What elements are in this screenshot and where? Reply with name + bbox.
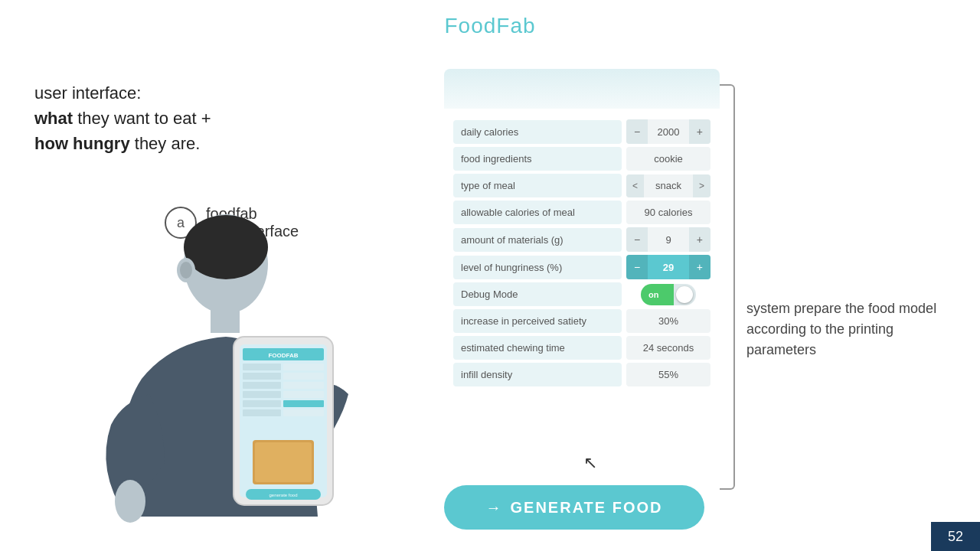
svg-rect-14 [283,373,324,380]
svg-rect-12 [283,364,324,370]
amount-materials-minus[interactable]: − [626,227,648,252]
svg-rect-16 [283,382,324,389]
right-description: system prepare the food model according … [746,298,961,360]
slide-number: 52 [931,522,980,551]
svg-rect-24 [255,442,312,482]
hungriness-minus[interactable]: − [626,255,648,279]
svg-rect-19 [243,400,281,407]
debug-mode-label: Debug Mode [453,282,622,306]
amount-materials-label: amount of materials (g) [453,228,622,252]
side-bracket [720,84,735,490]
satiety-row: increase in perceived satiety 30% [453,309,710,333]
svg-text:generate food: generate food [269,493,297,497]
svg-point-3 [180,262,192,279]
allowable-calories-label: allowable calories of meal [453,201,622,224]
svg-rect-21 [243,409,281,416]
svg-rect-18 [283,391,324,398]
line2-rest: they want to eat + [73,109,211,128]
hungriness-value: 29 [648,262,689,273]
phone-illustration: FOODFAB generate food [31,184,390,536]
generate-arrow-icon: → [486,499,503,517]
chewing-time-row: estimated chewing time 24 seconds [453,336,710,360]
type-of-meal-left[interactable]: < [626,174,644,197]
chewing-time-value: 24 seconds [626,336,710,360]
satiety-label: increase in perceived satiety [453,309,622,333]
infill-density-label: infill density [453,363,622,386]
amount-materials-plus[interactable]: + [689,227,710,252]
daily-calories-plus[interactable]: + [689,119,710,144]
allowable-calories-row: allowable calories of meal 90 calories [453,201,710,224]
amount-materials-stepper[interactable]: − 9 + [626,227,710,252]
page-title: FoodFab [0,0,980,38]
type-of-meal-selector[interactable]: < snack > [626,174,710,197]
daily-calories-stepper[interactable]: − 2000 + [626,119,710,144]
type-of-meal-row: type of meal < snack > [453,174,710,197]
left-description: user interface: what they want to eat + … [34,80,211,156]
satiety-value: 30% [626,309,710,333]
hungriness-row: level of hungriness (%) − 29 + [453,255,710,279]
debug-mode-toggle[interactable]: on [641,284,696,305]
chewing-time-label: estimated chewing time [453,336,622,360]
top-strip [444,69,720,109]
food-ingredients-row: food ingredients cookie [453,147,710,171]
svg-rect-13 [243,373,281,380]
debug-mode-toggle-wrap[interactable]: on [626,284,710,305]
line3-bold: how hungry [34,134,130,153]
daily-calories-label: daily calories [453,120,622,144]
type-of-meal-label: type of meal [453,174,622,197]
allowable-calories-value: 90 calories [626,201,710,224]
svg-rect-11 [243,364,281,370]
generate-food-button[interactable]: → GENERATE FOOD [444,485,704,530]
type-of-meal-value: snack [644,180,693,191]
svg-rect-22 [283,409,324,416]
svg-point-5 [115,480,145,523]
type-of-meal-right[interactable]: > [693,174,710,197]
svg-rect-17 [243,391,281,398]
daily-calories-minus[interactable]: − [626,119,648,144]
svg-point-1 [184,215,268,279]
daily-calories-value: 2000 [648,126,689,138]
cursor-icon: ↖ [583,453,597,473]
toggle-knob [676,286,693,303]
line1-text: user interface: [34,83,141,103]
amount-materials-row: amount of materials (g) − 9 + [453,227,710,252]
generate-button-label: GENERATE FOOD [511,499,663,517]
daily-calories-row: daily calories − 2000 + [453,119,710,144]
amount-materials-value: 9 [648,234,689,246]
hungriness-plus[interactable]: + [689,255,710,279]
food-ingredients-label: food ingredients [453,147,622,171]
infill-density-value: 55% [626,363,710,386]
hungriness-stepper[interactable]: − 29 + [626,255,710,279]
svg-rect-15 [243,382,281,389]
line3-rest: they are. [130,134,201,153]
line2-bold: what [34,109,73,128]
svg-text:FOODFAB: FOODFAB [268,352,298,359]
svg-rect-20 [283,400,324,407]
toggle-on-label: on [648,290,658,299]
ui-panel: daily calories − 2000 + food ingredients… [444,109,720,397]
hungriness-label: level of hungriness (%) [453,256,622,279]
infill-density-row: infill density 55% [453,363,710,386]
food-ingredients-value: cookie [626,147,710,171]
svg-rect-4 [211,310,240,333]
debug-mode-row: Debug Mode on [453,282,710,306]
